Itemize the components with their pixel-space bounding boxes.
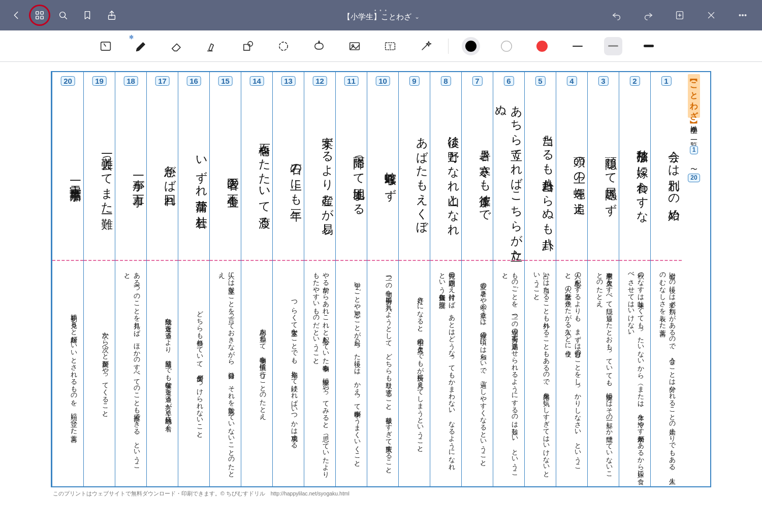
more-button[interactable] [733, 5, 753, 25]
category-label: 【ことわざ】 [688, 74, 701, 118]
svg-rect-20 [315, 43, 323, 49]
svg-point-18 [248, 41, 252, 46]
proverb-column: 5 当たるも八卦当たらぬも八卦 占いは当たることも外れることもあるので、結果を気… [524, 72, 556, 486]
svg-marker-21 [319, 41, 320, 43]
page-footer: このプリントはウェブサイトで無料ダウンロード・印刷できます。© ちびむすドリル … [51, 487, 711, 501]
proverb-column: 2 秋茄子は嫁に食わすな 秋のなすは美味しくてもったいないから、（または、体を冷… [619, 72, 650, 486]
undo-button[interactable] [607, 5, 627, 25]
highlighter-tool[interactable] [203, 37, 221, 55]
proverb-phrase-cell: 頭の上の蠅を追え [556, 72, 587, 260]
proverb-meaning-cell: 目先の問題さえ片付けば、あとはどうなってもかまわない。なるようになれ、という無責… [430, 261, 461, 486]
proverb-phrase-cell: 頭隠して尻隠さず [588, 72, 619, 260]
proverb-phrase-cell: 雨降って地固まる [336, 72, 367, 260]
proverb-meaning-cell: どちらも優れていて、優劣がつけられないこと。 [178, 261, 209, 486]
column-number: 5 [535, 76, 545, 86]
proverb-table: 20 一富士二鷹三茄子 初夢に見ると縁起がいいとされるものを、順に並べた言葉。 … [51, 71, 711, 487]
document-viewport[interactable]: 20 一富士二鷹三茄子 初夢に見ると縁起がいいとされるものを、順に並べた言葉。 … [0, 62, 762, 532]
svg-point-12 [739, 15, 741, 16]
text-tool[interactable]: T [381, 37, 399, 55]
svg-text:T: T [388, 43, 392, 49]
column-number: 10 [375, 76, 390, 86]
close-button[interactable] [701, 5, 721, 25]
thumbnails-button[interactable] [30, 6, 49, 24]
image-tool[interactable] [345, 37, 364, 55]
column-number: 14 [249, 76, 264, 86]
svg-point-14 [745, 15, 746, 16]
column-number: 8 [440, 76, 451, 86]
proverb-phrase-cell: 後は野となれ山となれ [430, 72, 461, 260]
title-bar: • • • 【小学生】ことわざ [0, 0, 762, 30]
proverb-phrase-cell: 案ずるより産むが易し [304, 72, 335, 260]
proverb-column: 20 一富士二鷹三茄子 初夢に見ると縁起がいいとされるものを、順に並べた言葉。 [52, 72, 83, 486]
proverb-phrase-cell: 一事が万事 [115, 72, 146, 260]
proverb-phrase-cell: 医者の不養生 [210, 72, 241, 260]
stroke-medium[interactable] [604, 37, 622, 55]
svg-rect-0 [36, 12, 39, 15]
proverb-meaning-cell: 悪事や欠点をすべて隠し通したとおもっていても、実際にはその一部しか隠せていないこ… [588, 261, 619, 486]
proverb-phrase-cell: 急がば回れ [147, 72, 178, 260]
proverb-phrase-cell: いずれ菖蒲か杜若 [178, 72, 209, 260]
add-page-button[interactable] [670, 5, 690, 25]
column-number: 3 [598, 76, 608, 86]
proverb-column: 12 案ずるより産むが易し やる前からあれこれと心配していた物事も、実際にやって… [304, 72, 335, 486]
proverb-phrase-cell: あばたもえくぼ [399, 72, 430, 260]
stroke-thin[interactable] [568, 37, 587, 55]
proverb-phrase-cell: 一難去ってまた一難 [84, 72, 115, 260]
share-button[interactable] [102, 5, 122, 25]
column-number: 18 [123, 76, 138, 86]
toolbar: ✻ T [0, 30, 762, 62]
sticker-tool[interactable] [310, 37, 328, 55]
back-button[interactable] [6, 5, 26, 25]
zoom-tool[interactable] [97, 37, 115, 55]
column-number: 11 [344, 76, 359, 86]
document-title[interactable]: • • • 【小学生】ことわざ [343, 9, 420, 22]
svg-line-5 [65, 17, 67, 19]
proverb-meaning-cell: ある一つのことを見れば、ほかのすべてのことも推察できる、ということ。 [115, 261, 146, 486]
table-subtitle: 小学生向け 一覧 1 〜 20 [688, 121, 700, 184]
color-red[interactable] [533, 37, 551, 55]
redo-button[interactable] [638, 5, 658, 25]
proverb-phrase-cell: 当たるも八卦当たらぬも八卦 [525, 72, 556, 260]
column-number: 4 [566, 76, 577, 86]
eraser-tool[interactable] [168, 37, 186, 55]
color-white[interactable] [497, 37, 516, 55]
laser-tool[interactable] [417, 37, 435, 55]
proverb-phrase-cell: 秋茄子は嫁に食わすな [619, 72, 650, 260]
proverb-phrase-cell: 蛇蜂取らず [367, 72, 398, 260]
proverb-meaning-cell: 危険な近道を通るより、遠回りでも確実な道を通る方が早く目的地に着く。 [147, 261, 178, 486]
bookmark-button[interactable] [77, 5, 98, 25]
column-number: 13 [281, 76, 296, 86]
column-number: 7 [472, 76, 482, 86]
search-button[interactable] [53, 5, 73, 25]
lasso-tool[interactable] [274, 37, 293, 55]
proverb-column: 15 医者の不養生 人には立派なことを言っておきながら、自分は、それを実践してい… [209, 72, 241, 486]
proverb-meaning-cell: 占いは当たることも外れることもあるので、結果を気にしすぎてはいけないということ。 [525, 261, 556, 486]
shape-tool[interactable] [239, 37, 257, 55]
proverb-meaning-cell: 争いごとや悪いことが起こった後には、かえって物事がうまくいくこと。 [336, 261, 367, 486]
proverb-meaning-cell: 夏の暑さや冬の寒さは、彼岸の頃には和らいで、過ごしやすくなるということ。 [462, 261, 493, 486]
stroke-thick[interactable] [640, 37, 658, 55]
proverb-phrase-cell: 会うは別れの始め [651, 72, 682, 260]
proverb-meaning-cell: つらくて大変なことでも、辛抱して続ければいつかは成功する。 [273, 261, 304, 486]
proverb-column: 10 蛇蜂取らず 二つの物を両方手に入れようとして、どちらも取り逃すこと。欲張り… [367, 72, 398, 486]
proverb-meaning-cell: 秋のなすは美味しくてもったいないから、（または、体を冷やす効果があるから）嫁に食… [619, 261, 650, 486]
column-number: 1 [661, 76, 671, 86]
proverb-phrase-cell: あちら立てればこちらが立たぬ [493, 72, 524, 260]
column-number: 16 [186, 76, 201, 86]
proverb-column: 4 頭の上の蠅を追え 人の心配をするよりも、まずは自分のことをしっかりしなさい、… [556, 72, 587, 486]
proverb-phrase-cell: 一富士二鷹三茄子 [52, 72, 83, 260]
svg-rect-3 [41, 16, 44, 19]
proverb-column: 6 あちら立てればこちらが立たぬ ものごとを、二つの立場の両方を満足させられるよ… [493, 72, 524, 486]
proverb-meaning-cell: 二つの物を両方手に入れようとして、どちらも取り逃すこと。欲張りすぎて失敗すること… [367, 261, 398, 486]
column-number: 6 [503, 76, 514, 86]
proverb-column: 11 雨降って地固まる 争いごとや悪いことが起こった後には、かえって物事がうまく… [335, 72, 367, 486]
proverb-column: 14 石橋をたたいて渡る 用心を重ねて、物事を慎重に行うことのたとえ。 [241, 72, 272, 486]
proverb-meaning-cell: 出会いの後には必ず別れがあるので、会うことは分かれることの始まりでもある。人生の… [651, 261, 682, 486]
color-black[interactable] [462, 37, 480, 55]
column-number: 15 [218, 76, 233, 86]
proverb-meaning-cell: 次から次へと災難がやってくること。 [84, 261, 115, 486]
column-number: 20 [60, 76, 75, 86]
table-header-gutter: 【ことわざ】 小学生向け 一覧 1 〜 20 [682, 72, 706, 486]
pen-tool[interactable]: ✻ [132, 37, 150, 55]
proverb-column: 3 頭隠して尻隠さず 悪事や欠点をすべて隠し通したとおもっていても、実際にはその… [587, 72, 619, 486]
